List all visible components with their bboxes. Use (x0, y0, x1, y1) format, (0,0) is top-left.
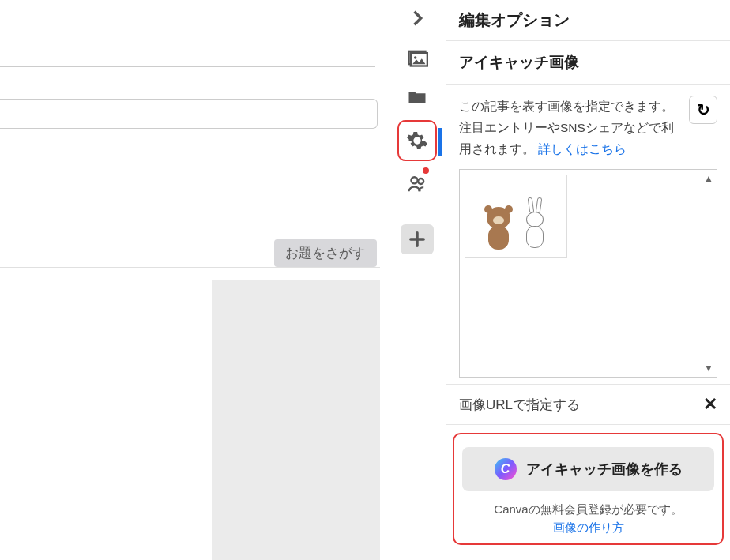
editor-main: お題をさがす (0, 0, 389, 560)
image-url-label: 画像URLで指定する (459, 396, 580, 414)
image-tab[interactable] (399, 41, 435, 74)
howto-link[interactable]: 画像の作り方 (462, 521, 714, 536)
canva-logo-icon: C (495, 458, 517, 480)
divider (0, 66, 375, 67)
options-panel: 編集オプション アイキャッチ画像 この記事を表す画像を指定できます。注目エントリ… (446, 0, 730, 560)
scroll-down-icon[interactable]: ▼ (704, 363, 713, 374)
people-icon (406, 173, 428, 195)
bear-illustration (483, 205, 514, 253)
eyecatch-description: この記事を表す画像を指定できます。注目エントリーやSNSシェアなどで利用されます… (459, 96, 681, 160)
svg-point-3 (411, 177, 417, 183)
canva-section: C アイキャッチ画像を作る Canvaの無料会員登録が必要です。 画像の作り方 (453, 433, 724, 545)
text-input[interactable] (0, 99, 378, 129)
canva-button-label: アイキャッチ画像を作る (526, 460, 683, 479)
notification-dot-icon (423, 167, 429, 174)
find-topic-button[interactable]: お題をさがす (274, 239, 377, 267)
canva-note: Canvaの無料会員登録が必要です。 (462, 502, 714, 517)
folder-icon (406, 86, 428, 108)
reload-button[interactable]: ↻ (689, 96, 717, 124)
scroll-up-icon[interactable]: ▲ (704, 173, 713, 184)
eyecatch-heading: アイキャッチ画像 (446, 41, 730, 85)
sidebar-rail (389, 0, 446, 560)
panel-title: 編集オプション (446, 0, 730, 41)
collapse-button[interactable] (399, 2, 435, 35)
topic-row: お題をさがす (0, 239, 380, 268)
image-icon (406, 47, 428, 69)
rabbit-illustration (521, 202, 549, 253)
plus-icon (406, 228, 428, 250)
folder-tab[interactable] (399, 81, 435, 114)
settings-tab[interactable] (397, 120, 437, 161)
chevron-right-icon (406, 7, 428, 29)
eyecatch-body: この記事を表す画像を指定できます。注目エントリーやSNSシェアなどで利用されます… (446, 85, 730, 384)
svg-point-4 (418, 179, 423, 184)
learn-more-link[interactable]: 詳しくはこちら (538, 142, 627, 156)
people-tab[interactable] (399, 167, 435, 201)
close-icon[interactable]: ✕ (703, 394, 717, 415)
svg-point-2 (414, 56, 417, 59)
create-eyecatch-button[interactable]: C アイキャッチ画像を作る (462, 447, 714, 491)
image-picker[interactable]: ▲ ▼ (459, 169, 717, 378)
reload-icon: ↻ (697, 100, 710, 119)
gear-icon (406, 130, 428, 152)
image-thumbnail[interactable] (465, 175, 567, 258)
image-url-row[interactable]: 画像URLで指定する ✕ (446, 384, 730, 425)
active-indicator (438, 128, 442, 156)
preview-panel (212, 280, 380, 560)
add-button[interactable] (401, 224, 434, 254)
